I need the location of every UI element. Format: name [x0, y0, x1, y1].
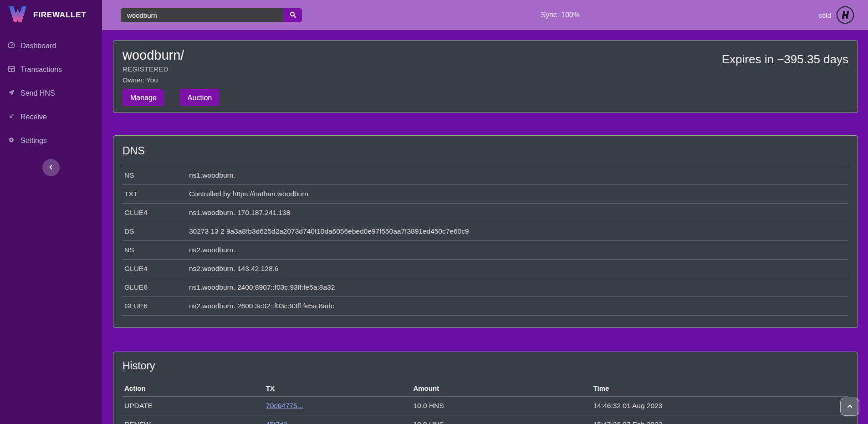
search-input[interactable] [121, 8, 283, 22]
chevron-left-icon [46, 163, 56, 173]
dns-record-value: ns1.woodburn. 2400:8907::f03c:93ff:fe5a:… [187, 278, 848, 297]
brand-name: FIREWALLET [33, 10, 87, 20]
dns-card-title: DNS [123, 144, 848, 158]
domain-name: woodburn/ [123, 46, 220, 64]
dns-card: DNS NS ns1.woodburn. TXT Controlled by h… [113, 135, 858, 328]
domain-owner: Owner: You [123, 76, 220, 84]
sidebar-collapse-button[interactable] [42, 159, 60, 176]
handshake-icon [836, 6, 854, 24]
history-action: RENEW [123, 415, 264, 424]
history-card: History Action TX Amount Time UPDATE [113, 352, 858, 424]
domain-card-left: woodburn/ REGISTERED Owner: You Manage A… [123, 46, 220, 107]
history-amount: 10.0 HNS [411, 415, 591, 424]
search-icon [289, 10, 297, 20]
sidebar-item-label: Receive [20, 113, 47, 121]
history-col-action: Action [123, 381, 264, 396]
history-row: RENEW 45f7d2... 10.0 HNS 15:47:36 07 Feb… [123, 415, 848, 424]
domain-card: woodburn/ REGISTERED Owner: You Manage A… [113, 40, 858, 113]
dns-record-value: 30273 13 2 9a3a8fb3d625d2a2073d740f10da6… [187, 222, 848, 241]
history-amount: 10.0 HNS [411, 396, 591, 415]
history-action: UPDATE [123, 396, 264, 415]
history-table: Action TX Amount Time UPDATE 70e64775...… [123, 381, 848, 424]
dns-record-type: GLUE4 [123, 260, 187, 278]
dns-table: NS ns1.woodburn. TXT Controlled by https… [123, 166, 848, 316]
history-time: 14:46:32 01 Aug 2023 [592, 396, 848, 415]
dns-record-value: ns2.woodburn. [187, 241, 848, 260]
sidebar: FIREWALLET Dashboard Transactions [0, 0, 102, 424]
search-button[interactable] [283, 8, 302, 22]
sidebar-nav: Dashboard Transactions Send HNS [0, 30, 102, 148]
wallet-name: cold [818, 11, 831, 19]
dns-record-row: GLUE6 ns1.woodburn. 2400:8907::f03c:93ff… [123, 278, 848, 297]
wallet-indicator[interactable]: cold [818, 6, 854, 24]
dns-record-type: NS [123, 241, 187, 260]
main-column: Sync: 100% cold woodburn/ REGISTERED [102, 0, 868, 424]
sidebar-item-dashboard[interactable]: Dashboard [7, 39, 95, 53]
history-row: UPDATE 70e64775... 10.0 HNS 14:46:32 01 … [123, 396, 848, 415]
sidebar-item-label: Settings [20, 137, 47, 145]
dns-record-value: ns1.woodburn. 170.187.241.138 [187, 204, 848, 222]
tx-link[interactable]: 70e64775... [266, 402, 303, 409]
chevron-up-icon [845, 402, 854, 412]
topbar: Sync: 100% cold [102, 0, 868, 30]
page-content: woodburn/ REGISTERED Owner: You Manage A… [102, 30, 868, 424]
dns-record-value: ns1.woodburn. [187, 166, 848, 185]
transactions-icon [7, 65, 15, 75]
sidebar-item-send-hns[interactable]: Send HNS [7, 87, 95, 100]
tx-link[interactable]: 45f7d2... [266, 420, 293, 424]
sidebar-item-settings[interactable]: Settings [7, 134, 95, 148]
dns-record-row: GLUE4 ns2.woodburn. 143.42.128.6 [123, 260, 848, 278]
domain-actions: Manage Auction [123, 89, 220, 106]
dns-record-type: DS [123, 222, 187, 241]
firewallet-logo-icon [8, 5, 27, 25]
gear-icon [7, 136, 15, 146]
dns-record-row: TXT Controlled by https://nathan.woodbur… [123, 185, 848, 204]
manage-button[interactable]: Manage [123, 89, 164, 106]
sidebar-item-receive[interactable]: Receive [7, 110, 95, 124]
dns-record-row: GLUE4 ns1.woodburn. 170.187.241.138 [123, 204, 848, 222]
history-card-title: History [123, 359, 848, 373]
dns-record-type: GLUE4 [123, 204, 187, 222]
domain-expiry: Expires in ~395.35 days [722, 46, 848, 107]
send-icon [7, 88, 15, 98]
dns-record-row: GLUE6 ns2.woodburn. 2600:3c02::f03c:93ff… [123, 297, 848, 316]
dns-record-value: Controlled by https://nathan.woodburn [187, 185, 848, 204]
search-bar [121, 8, 302, 22]
receive-icon [7, 112, 15, 122]
dns-record-row: DS 30273 13 2 9a3a8fb3d625d2a2073d740f10… [123, 222, 848, 241]
history-col-tx: TX [264, 381, 412, 396]
history-col-amount: Amount [411, 381, 591, 396]
history-time: 15:47:36 07 Feb 2023 [592, 415, 848, 424]
sidebar-item-label: Transactions [20, 66, 62, 74]
brand: FIREWALLET [0, 0, 102, 30]
dns-record-type: GLUE6 [123, 297, 187, 316]
dns-record-type: TXT [123, 185, 187, 204]
dns-record-row: NS ns1.woodburn. [123, 166, 848, 185]
scroll-to-top-button[interactable] [840, 398, 859, 416]
sidebar-item-label: Dashboard [20, 42, 56, 50]
auction-button[interactable]: Auction [180, 89, 220, 106]
history-col-time: Time [592, 381, 848, 396]
dns-record-type: NS [123, 166, 187, 185]
dashboard-icon [7, 41, 15, 51]
sidebar-item-transactions[interactable]: Transactions [7, 63, 95, 77]
dns-record-type: GLUE6 [123, 278, 187, 297]
dns-record-value: ns2.woodburn. 2600:3c02::f03c:93ff:fe5a:… [187, 297, 848, 316]
domain-status-badge: REGISTERED [123, 65, 220, 73]
history-header-row: Action TX Amount Time [123, 381, 848, 396]
sync-status: Sync: 100% [302, 11, 818, 19]
dns-record-row: NS ns2.woodburn. [123, 241, 848, 260]
sidebar-item-label: Send HNS [20, 89, 55, 97]
dns-record-value: ns2.woodburn. 143.42.128.6 [187, 260, 848, 278]
